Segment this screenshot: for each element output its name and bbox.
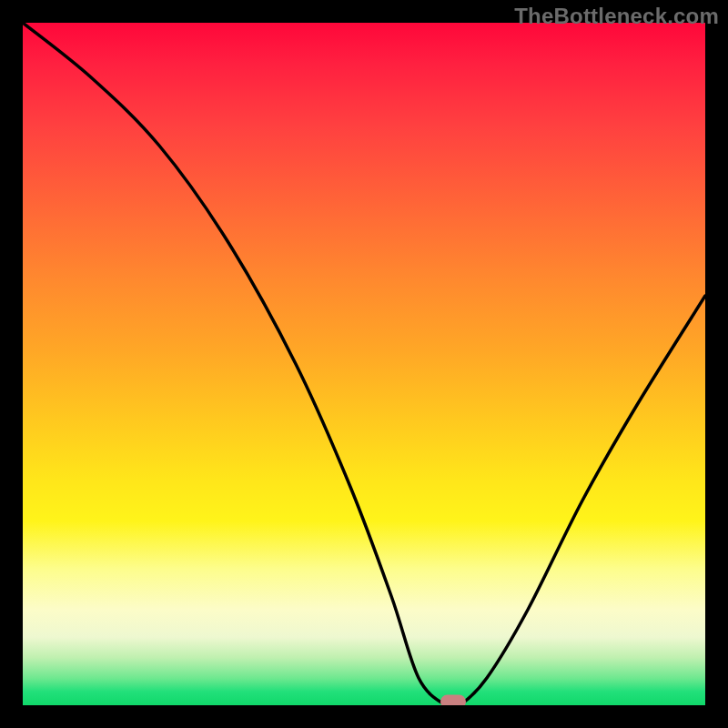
optimal-point-marker — [440, 695, 466, 706]
bottleneck-curve — [23, 23, 705, 705]
chart-frame: TheBottleneck.com — [0, 0, 728, 728]
watermark-text: TheBottleneck.com — [514, 4, 719, 29]
plot-area — [23, 23, 705, 705]
